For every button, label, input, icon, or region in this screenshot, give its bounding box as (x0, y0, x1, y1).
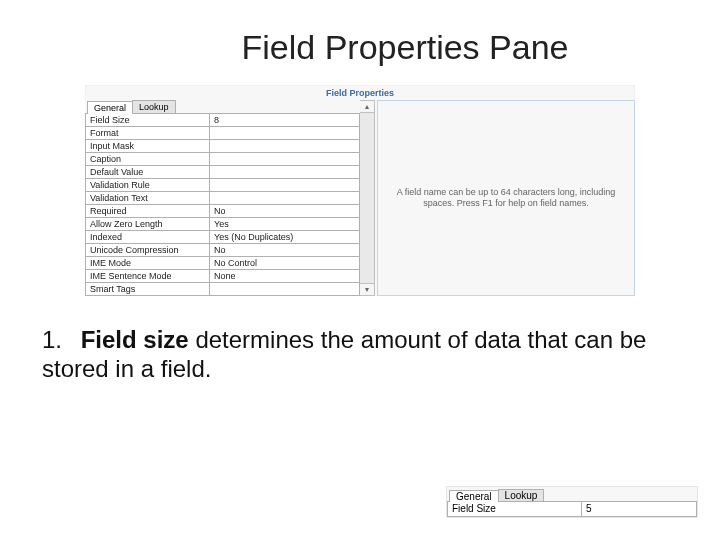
prop-label: Format (86, 127, 210, 140)
prop-value[interactable] (210, 192, 360, 205)
table-row: Allow Zero LengthYes (86, 218, 360, 231)
prop-value[interactable]: 8 (210, 114, 360, 127)
mini-prop-label: Field Size (448, 502, 582, 516)
table-row: Smart Tags (86, 283, 360, 296)
prop-label: Caption (86, 153, 210, 166)
table-row: IME ModeNo Control (86, 257, 360, 270)
bullet-number: 1. (42, 326, 74, 355)
prop-value[interactable] (210, 153, 360, 166)
prop-label: Indexed (86, 231, 210, 244)
tab-lookup[interactable]: Lookup (132, 100, 176, 113)
prop-value[interactable]: No Control (210, 257, 360, 270)
table-row: Default Value (86, 166, 360, 179)
table-row: Field Size8 (86, 114, 360, 127)
prop-value[interactable]: Yes (No Duplicates) (210, 231, 360, 244)
prop-value[interactable] (210, 166, 360, 179)
mini-tab-strip: General Lookup (447, 487, 697, 501)
table-row: Input Mask (86, 140, 360, 153)
prop-label: Required (86, 205, 210, 218)
properties-table: Field Size8 Format Input Mask Caption De… (85, 113, 360, 296)
prop-label: Allow Zero Length (86, 218, 210, 231)
tab-general[interactable]: General (87, 101, 133, 114)
tab-strip: General Lookup (85, 100, 360, 113)
hint-panel: A field name can be up to 64 characters … (377, 100, 635, 296)
scroll-up-icon[interactable]: ▴ (360, 101, 374, 113)
prop-value[interactable]: No (210, 244, 360, 257)
field-properties-pane: Field Properties General Lookup Field Si… (85, 85, 635, 296)
table-row: Validation Rule (86, 179, 360, 192)
mini-pane: General Lookup Field Size 5 (446, 486, 698, 518)
prop-value[interactable] (210, 283, 360, 296)
prop-value[interactable] (210, 127, 360, 140)
pane-header: Field Properties (85, 85, 635, 100)
prop-value[interactable]: Yes (210, 218, 360, 231)
table-row: Caption (86, 153, 360, 166)
prop-label: Default Value (86, 166, 210, 179)
prop-label: IME Mode (86, 257, 210, 270)
mini-tab-lookup[interactable]: Lookup (498, 489, 545, 501)
prop-label: IME Sentence Mode (86, 270, 210, 283)
table-row: IME Sentence ModeNone (86, 270, 360, 283)
page-title: Field Properties Pane (90, 28, 720, 67)
mini-prop-value[interactable]: 5 (582, 502, 696, 516)
scroll-down-icon[interactable]: ▾ (360, 283, 374, 295)
prop-label: Validation Rule (86, 179, 210, 192)
pane-left: General Lookup Field Size8 Format Input … (85, 100, 360, 296)
prop-value[interactable]: None (210, 270, 360, 283)
table-row: RequiredNo (86, 205, 360, 218)
prop-label: Unicode Compression (86, 244, 210, 257)
hint-text: A field name can be up to 64 characters … (388, 187, 624, 210)
prop-value[interactable]: No (210, 205, 360, 218)
prop-label: Validation Text (86, 192, 210, 205)
prop-value[interactable] (210, 179, 360, 192)
mini-row: Field Size 5 (447, 501, 697, 517)
table-row: Format (86, 127, 360, 140)
prop-label: Field Size (86, 114, 210, 127)
prop-label: Input Mask (86, 140, 210, 153)
prop-value[interactable] (210, 140, 360, 153)
table-row: Unicode CompressionNo (86, 244, 360, 257)
scrollbar[interactable]: ▴ ▾ (360, 100, 375, 296)
table-row: IndexedYes (No Duplicates) (86, 231, 360, 244)
bullet-bold: Field size (81, 326, 189, 353)
bullet-item: 1. Field size determines the amount of d… (42, 326, 682, 384)
mini-tab-general[interactable]: General (449, 490, 499, 502)
table-row: Validation Text (86, 192, 360, 205)
prop-label: Smart Tags (86, 283, 210, 296)
